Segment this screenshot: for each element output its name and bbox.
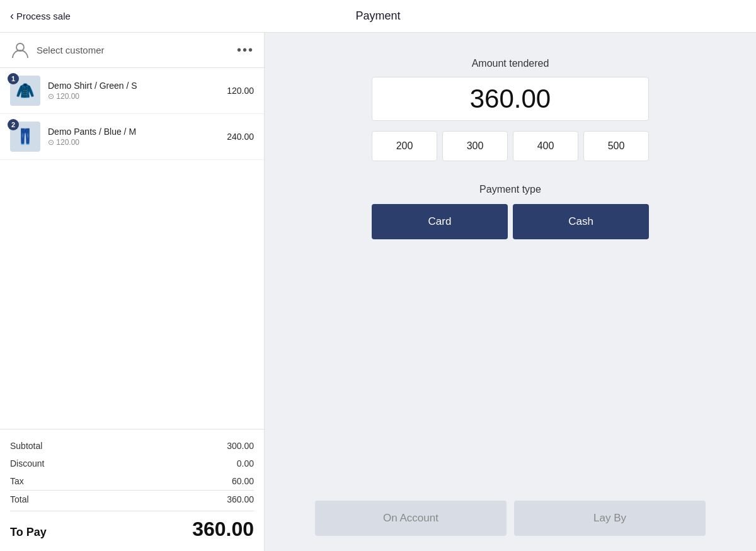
item-details-2: Demo Pants / Blue / M ⊙ 120.00 <box>48 127 219 147</box>
main-layout: Select customer ••• 1 🧥 Demo Shirt / Gre… <box>0 33 756 551</box>
quick-amount-400[interactable]: 400 <box>513 131 578 161</box>
tax-label: Tax <box>10 476 24 486</box>
cash-button[interactable]: Cash <box>513 204 649 239</box>
tax-value: 60.00 <box>232 476 254 486</box>
right-panel: Amount tendered 360.00 200 300 400 500 P… <box>265 33 756 551</box>
payment-area: Amount tendered 360.00 200 300 400 500 P… <box>265 33 756 491</box>
customer-icon <box>10 40 30 60</box>
item-name-1: Demo Shirt / Green / S <box>48 81 219 91</box>
discount-value: 0.00 <box>237 458 254 469</box>
subtotal-value: 300.00 <box>227 441 254 451</box>
quick-amount-500[interactable]: 500 <box>583 131 649 161</box>
item-badge-1: 1 <box>8 73 19 84</box>
item-name-2: Demo Pants / Blue / M <box>48 127 219 137</box>
quick-amount-300[interactable]: 300 <box>442 131 508 161</box>
payment-type-buttons: Card Cash <box>372 204 649 239</box>
item-details-1: Demo Shirt / Green / S ⊙ 120.00 <box>48 81 219 101</box>
discount-label: Discount <box>10 458 44 469</box>
order-items-list: 1 🧥 Demo Shirt / Green / S ⊙ 120.00 120.… <box>0 68 264 429</box>
payment-type-label: Payment type <box>479 184 541 195</box>
total-value: 360.00 <box>227 494 254 504</box>
order-item-1: 1 🧥 Demo Shirt / Green / S ⊙ 120.00 120.… <box>0 68 264 114</box>
header: ‹ Process sale Payment <box>0 0 756 33</box>
amount-input-box[interactable]: 360.00 <box>372 77 649 121</box>
total-label: Total <box>10 494 29 504</box>
item-image-wrapper-2: 2 👖 <box>10 122 40 152</box>
item-sub-price-2: ⊙ 120.00 <box>48 138 219 147</box>
quick-amount-200[interactable]: 200 <box>372 131 437 161</box>
item-badge-2: 2 <box>8 119 19 130</box>
customer-bar: Select customer ••• <box>0 33 264 68</box>
page-title: Payment <box>355 9 400 23</box>
order-item-2: 2 👖 Demo Pants / Blue / M ⊙ 120.00 240.0… <box>0 114 264 160</box>
to-pay-amount: 360.00 <box>192 518 254 541</box>
item-price-1: 120.00 <box>227 86 254 96</box>
lay-by-button[interactable]: Lay By <box>514 501 706 536</box>
item-price-2: 240.00 <box>227 132 254 142</box>
item-sub-price-1: ⊙ 120.00 <box>48 92 219 101</box>
discount-row: Discount 0.00 <box>10 455 254 472</box>
on-account-button[interactable]: On Account <box>315 501 507 536</box>
item-image-wrapper-1: 1 🧥 <box>10 76 40 106</box>
bottom-actions: On Account Lay By <box>265 491 756 551</box>
subtotal-row: Subtotal 300.00 <box>10 437 254 455</box>
left-panel: Select customer ••• 1 🧥 Demo Shirt / Gre… <box>0 33 265 551</box>
subtotal-label: Subtotal <box>10 441 42 451</box>
amount-tendered-label: Amount tendered <box>472 58 549 69</box>
to-pay-label: To Pay <box>10 526 47 539</box>
select-customer-label: Select customer <box>37 45 237 55</box>
to-pay-row: To Pay 360.00 <box>10 511 254 543</box>
tax-row: Tax 60.00 <box>10 472 254 490</box>
amount-display: 360.00 <box>470 84 551 114</box>
back-arrow-icon: ‹ <box>10 9 14 23</box>
back-button[interactable]: ‹ Process sale <box>10 9 71 23</box>
back-label: Process sale <box>16 11 71 21</box>
quick-amounts-row: 200 300 400 500 <box>372 131 649 161</box>
order-summary: Subtotal 300.00 Discount 0.00 Tax 60.00 … <box>0 429 264 551</box>
more-options-button[interactable]: ••• <box>237 43 254 57</box>
total-row: Total 360.00 <box>10 490 254 508</box>
card-button[interactable]: Card <box>372 204 508 239</box>
